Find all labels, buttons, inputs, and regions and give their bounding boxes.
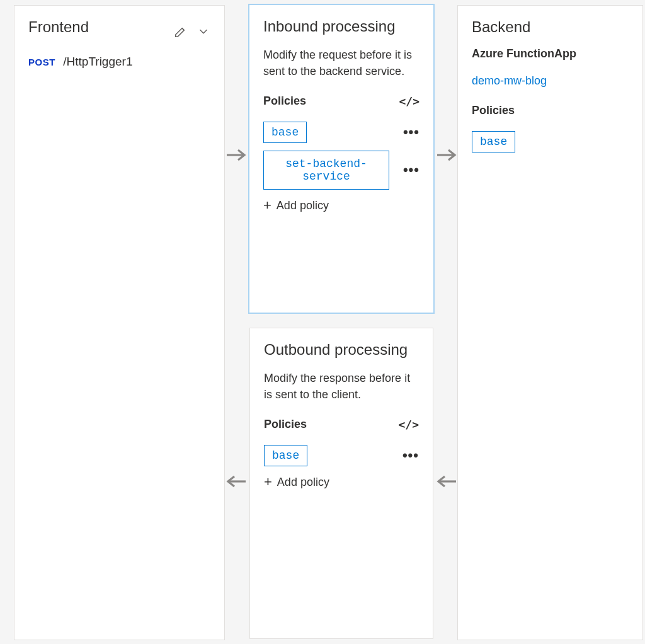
policy-row: base ••• bbox=[264, 445, 419, 466]
plus-icon: + bbox=[264, 475, 272, 489]
backend-functionapp-link[interactable]: demo-mw-blog bbox=[472, 74, 547, 88]
code-editor-icon[interactable]: </> bbox=[399, 95, 420, 108]
outbound-processing-panel: Outbound processing Modify the response … bbox=[249, 328, 433, 639]
outbound-title: Outbound processing bbox=[264, 341, 419, 359]
policy-chip-base[interactable]: base bbox=[472, 131, 515, 152]
add-policy-button[interactable]: + Add policy bbox=[263, 198, 420, 212]
add-policy-label: Add policy bbox=[277, 476, 329, 489]
chevron-down-icon[interactable] bbox=[197, 25, 210, 41]
frontend-panel: Frontend POST /HttpTrigger1 bbox=[14, 5, 225, 640]
backend-policies-label: Policies bbox=[472, 104, 629, 117]
arrow-left-icon bbox=[225, 474, 247, 489]
inbound-policies-label: Policies bbox=[263, 95, 306, 108]
outbound-policies-label: Policies bbox=[264, 418, 307, 431]
frontend-title: Frontend bbox=[28, 18, 89, 36]
policy-menu-icon[interactable]: ••• bbox=[402, 449, 419, 463]
backend-panel: Backend Azure FunctionApp demo-mw-blog P… bbox=[457, 5, 643, 640]
edit-icon[interactable] bbox=[174, 25, 188, 41]
policy-row: set-backend-service ••• bbox=[263, 151, 420, 190]
policy-chip-base[interactable]: base bbox=[263, 122, 307, 143]
outbound-description: Modify the response before it is sent to… bbox=[264, 370, 419, 403]
inbound-description: Modify the request before it is sent to … bbox=[263, 47, 420, 79]
arrow-right-icon bbox=[436, 147, 457, 163]
policy-menu-icon[interactable]: ••• bbox=[403, 163, 420, 177]
plus-icon: + bbox=[263, 198, 271, 212]
arrow-right-icon bbox=[225, 147, 247, 163]
add-policy-label: Add policy bbox=[277, 199, 329, 212]
policy-menu-icon[interactable]: ••• bbox=[403, 125, 420, 139]
frontend-operation[interactable]: POST /HttpTrigger1 bbox=[28, 55, 210, 69]
backend-subtitle: Azure FunctionApp bbox=[472, 47, 629, 60]
inbound-processing-panel: Inbound processing Modify the request be… bbox=[248, 4, 435, 314]
code-editor-icon[interactable]: </> bbox=[398, 418, 419, 431]
arrow-left-icon bbox=[436, 474, 457, 489]
policy-chip-set-backend-service[interactable]: set-backend-service bbox=[263, 151, 389, 190]
policy-row: base ••• bbox=[263, 122, 420, 143]
http-method-badge: POST bbox=[28, 57, 55, 67]
policy-chip-base[interactable]: base bbox=[264, 445, 307, 466]
backend-title: Backend bbox=[472, 18, 629, 36]
add-policy-button[interactable]: + Add policy bbox=[264, 475, 419, 489]
inbound-title: Inbound processing bbox=[263, 18, 420, 35]
operation-route: /HttpTrigger1 bbox=[63, 55, 132, 68]
